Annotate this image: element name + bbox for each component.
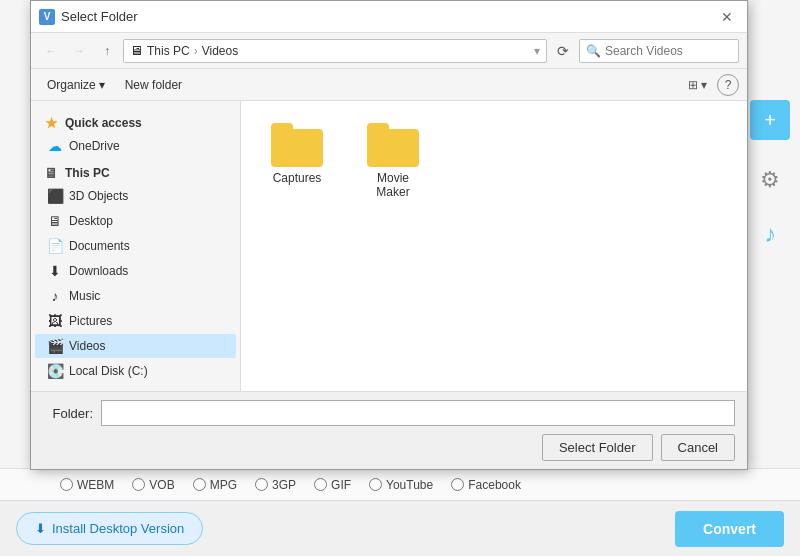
view-button[interactable]: ⊞ ▾ [682,75,713,95]
breadcrumb-sep1: › [194,44,198,58]
sidebar-item-downloads[interactable]: ⬇ Downloads [35,259,236,283]
folder-path-input[interactable] [101,400,735,426]
search-input[interactable] [605,44,732,58]
format-label-youtube: YouTube [386,478,433,492]
up-icon: ↑ [104,44,110,58]
up-button[interactable]: ↑ [95,39,119,63]
close-icon: ✕ [721,9,733,25]
search-box[interactable]: 🔍 [579,39,739,63]
format-label-webm: WEBM [77,478,114,492]
address-bar[interactable]: 🖥 This PC › Videos ▾ [123,39,547,63]
toolbar2-right: ⊞ ▾ ? [682,74,739,96]
install-desktop-button[interactable]: ⬇ Install Desktop Version [16,512,203,545]
main-file-area: Captures Movie Maker [241,101,747,391]
folder-label-movie-maker: Movie Maker [359,171,427,199]
format-radio-gif[interactable] [314,478,327,491]
download-icon: ⬇ [35,521,46,536]
sidebar-music-label: Music [69,289,100,303]
dropdown-icon[interactable]: ▾ [534,44,540,58]
format-item-webm[interactable]: WEBM [60,478,114,492]
format-item-facebook[interactable]: Facebook [451,478,521,492]
dialog-title: Select Folder [61,9,138,24]
videos-icon: 🎬 [47,338,63,354]
back-button[interactable]: ← [39,39,63,63]
folder-input-row: Folder: [43,400,735,426]
format-radio-facebook[interactable] [451,478,464,491]
view-icon: ⊞ [688,78,698,92]
dialog-organize-toolbar: Organize ▾ New folder ⊞ ▾ ? [31,69,747,101]
sidebar-item-3d-objects[interactable]: ⬛ 3D Objects [35,184,236,208]
folder-item-movie-maker[interactable]: Movie Maker [353,117,433,205]
disk-icon: 💽 [47,363,63,379]
sidebar: ★ Quick access ☁ OneDrive 🖥 This PC ⬛ 3D… [31,101,241,391]
dialog-nav-toolbar: ← → ↑ 🖥 This PC › Videos ▾ ⟳ 🔍 [31,33,747,69]
folder-item-captures[interactable]: Captures [257,117,337,205]
star-icon: ★ [43,115,59,131]
format-item-vob[interactable]: VOB [132,478,174,492]
pictures-icon: 🖼 [47,313,63,329]
convert-button[interactable]: Convert [675,511,784,547]
folder-icon-movie-maker [367,123,419,167]
format-item-mpg[interactable]: MPG [193,478,237,492]
sidebar-item-onedrive[interactable]: ☁ OneDrive [35,134,236,158]
breadcrumb-videos[interactable]: Videos [202,44,238,58]
computer-icon: 🖥 [130,43,143,58]
search-icon: 🔍 [586,44,601,58]
new-folder-button[interactable]: New folder [117,75,190,95]
dialog-titlebar: V Select Folder ✕ [31,1,747,33]
add-button[interactable]: + [750,100,790,140]
sidebar-desktop-label: Desktop [69,214,113,228]
convert-label: Convert [703,521,756,537]
this-pc-label: This PC [65,166,110,180]
folder-input-label: Folder: [43,406,93,421]
forward-button[interactable]: → [67,39,91,63]
format-item-youtube[interactable]: YouTube [369,478,433,492]
format-radio-mpg[interactable] [193,478,206,491]
format-radio-vob[interactable] [132,478,145,491]
app-bottom-bar: ⬇ Install Desktop Version Convert [0,500,800,556]
sidebar-3d-label: 3D Objects [69,189,128,203]
sidebar-section-this-pc[interactable]: 🖥 This PC [31,159,240,183]
format-radio-webm[interactable] [60,478,73,491]
breadcrumb-thispc[interactable]: This PC [147,44,190,58]
desktop-icon: 🖥 [47,213,63,229]
format-radio-youtube[interactable] [369,478,382,491]
sidebar-item-documents[interactable]: 📄 Documents [35,234,236,258]
sidebar-item-pictures[interactable]: 🖼 Pictures [35,309,236,333]
sidebar-documents-label: Documents [69,239,130,253]
dialog-bottom: Folder: Select Folder Cancel [31,391,747,469]
refresh-icon: ⟳ [557,43,569,59]
sidebar-section-quick-access[interactable]: ★ Quick access [31,109,240,133]
select-folder-button[interactable]: Select Folder [542,434,653,461]
dialog-title-left: V Select Folder [39,9,138,25]
documents-icon: 📄 [47,238,63,254]
dialog-close-button[interactable]: ✕ [715,5,739,29]
organize-label: Organize [47,78,96,92]
sidebar-local-disk-label: Local Disk (C:) [69,364,148,378]
cube-icon: ⬛ [47,188,63,204]
format-item-gif[interactable]: GIF [314,478,351,492]
format-item-3gp[interactable]: 3GP [255,478,296,492]
music-folder-icon: ♪ [47,288,63,304]
sidebar-item-desktop[interactable]: 🖥 Desktop [35,209,236,233]
sidebar-onedrive-label: OneDrive [69,139,120,153]
dialog-content: ★ Quick access ☁ OneDrive 🖥 This PC ⬛ 3D… [31,101,747,391]
format-radio-3gp[interactable] [255,478,268,491]
organize-button[interactable]: Organize ▾ [39,75,113,95]
cloud-icon: ☁ [47,138,63,154]
downloads-icon: ⬇ [47,263,63,279]
sidebar-pictures-label: Pictures [69,314,112,328]
select-folder-label: Select Folder [559,440,636,455]
sidebar-downloads-label: Downloads [69,264,128,278]
sidebar-item-local-disk[interactable]: 💽 Local Disk (C:) [35,359,236,383]
cancel-button[interactable]: Cancel [661,434,735,461]
install-label: Install Desktop Version [52,521,184,536]
format-label-3gp: 3GP [272,478,296,492]
sidebar-item-music[interactable]: ♪ Music [35,284,236,308]
pc-icon: 🖥 [43,165,59,181]
sidebar-item-videos[interactable]: 🎬 Videos [35,334,236,358]
help-button[interactable]: ? [717,74,739,96]
refresh-button[interactable]: ⟳ [551,39,575,63]
settings-button[interactable]: ⚙ [750,160,790,200]
cancel-label: Cancel [678,440,718,455]
